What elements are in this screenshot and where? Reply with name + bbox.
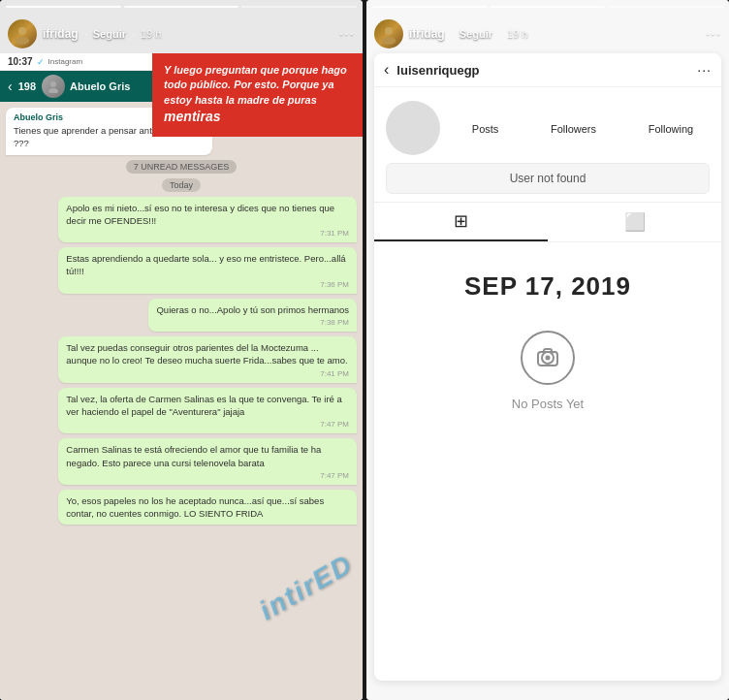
right-story: ifridag · Seguir · 19 h ··· ‹ luisenriqu… [366, 0, 729, 700]
message-5: Tal vez, la oferta de Carmen Salinas es … [58, 388, 357, 434]
right-story-header: ifridag · Seguir · 19 h ··· [366, 16, 729, 52]
message-5-text: Tal vez, la oferta de Carmen Salinas es … [66, 393, 349, 419]
person-icon: ⬜ [624, 211, 646, 233]
contact-avatar [42, 75, 65, 98]
chat-count: 198 [18, 80, 36, 92]
grid-icon: ⊞ [454, 210, 468, 232]
profile-header-bar: ‹ luisenriquegp ··· [374, 53, 721, 87]
posts-stat: Posts [472, 121, 499, 135]
right-more-options-button[interactable]: ··· [706, 25, 721, 43]
message-1: Apolo es mi nieto...sí eso no te interes… [58, 197, 357, 243]
no-posts-label: No Posts Yet [512, 397, 584, 411]
bubble-text-sub: ??? [14, 137, 205, 149]
following-label: Following [649, 123, 693, 135]
profile-back-icon[interactable]: ‹ [384, 61, 389, 79]
time-ago: 19 h [141, 28, 161, 40]
message-4-time: 7:41 PM [66, 369, 349, 378]
svg-point-2 [50, 81, 56, 87]
message-6-time: 7:47 PM [66, 471, 349, 480]
message-2-time: 7:36 PM [66, 280, 349, 289]
left-story: ifridag · Seguir · 19 h ··· Y luego preg… [0, 0, 363, 700]
message-1-time: 7:31 PM [66, 229, 349, 238]
red-banner-big-word: mentiras [164, 108, 351, 127]
message-2-text: Estas aprendiendo a quedarte sola... y e… [66, 252, 349, 278]
user-not-found-bar: User not found [386, 163, 710, 194]
right-follow-button[interactable]: Seguir [460, 28, 492, 40]
message-4-text: Tal vez puedas conseguir otros parientes… [66, 341, 349, 367]
message-3-text: Quieras o no...Apolo y tú son primos her… [156, 303, 349, 316]
date-text: SEP 17, 2019 [464, 271, 631, 302]
svg-point-7 [546, 356, 551, 361]
progress-bar-2 [124, 6, 239, 8]
message-3: Quieras o no...Apolo y tú son primos her… [148, 299, 357, 332]
dot-separator: · [84, 28, 87, 40]
whatsapp-time: 10:37 [8, 56, 33, 67]
right-time-ago: 19 h [507, 28, 527, 40]
progress-bar-3 [241, 6, 357, 8]
message-6: Carmen Salinas te está ofreciendo el amo… [58, 438, 357, 485]
tagged-tab[interactable]: ⬜ [548, 203, 721, 241]
svg-point-4 [385, 27, 393, 35]
stories-container: ifridag · Seguir · 19 h ··· Y luego preg… [0, 0, 729, 700]
follow-button[interactable]: Seguir [93, 28, 126, 40]
whatsapp-check: ✓ [37, 57, 45, 67]
svg-point-0 [18, 27, 26, 35]
svg-point-1 [16, 37, 29, 45]
profile-username: luisenriquegp [396, 63, 697, 78]
posts-label: Posts [472, 123, 499, 135]
red-banner: Y luego preguntan que porque hago todo p… [152, 53, 363, 137]
message-7: Yo, esos papeles no los he aceptado nunc… [58, 490, 357, 525]
phone-screen-right: ‹ luisenriquegp ··· Posts Follo [374, 53, 721, 681]
right-progress-bar-3 [608, 6, 723, 8]
svg-point-3 [48, 88, 58, 93]
following-stat: Following [649, 121, 693, 135]
no-posts-icon [521, 331, 575, 385]
right-avatar [374, 19, 403, 48]
red-banner-text: Y luego preguntan que porque hago todo p… [164, 63, 351, 127]
message-4: Tal vez puedas conseguir otros parientes… [58, 336, 357, 383]
red-banner-main: Y luego preguntan que porque hago todo p… [164, 64, 347, 106]
today-divider: Today [162, 178, 201, 192]
right-progress-bars [372, 6, 723, 8]
profile-stats: Posts Followers Following [456, 121, 710, 135]
unread-divider: 7 UNREAD MESSAGES [126, 160, 238, 174]
message-2: Estas aprendiendo a quedarte sola... y e… [58, 247, 357, 294]
message-6-text: Carmen Salinas te está ofreciendo el amo… [66, 443, 349, 469]
back-arrow-icon[interactable]: ‹ [8, 79, 13, 94]
followers-label: Followers [551, 123, 596, 135]
profile-more-options[interactable]: ··· [697, 62, 712, 78]
right-progress-bar-2 [491, 6, 606, 8]
followers-stat: Followers [551, 121, 596, 135]
more-options-button[interactable]: ··· [339, 25, 355, 43]
message-7-text: Yo, esos papeles no los he aceptado nunc… [66, 494, 349, 521]
right-dot-separator: · [451, 28, 454, 40]
message-3-time: 7:38 PM [156, 318, 349, 327]
avatar [8, 19, 37, 48]
progress-bars [6, 6, 357, 8]
message-1-text: Apolo es mi nieto...sí eso no te interes… [66, 202, 349, 228]
right-story-content: ‹ luisenriquegp ··· Posts Follo [366, 0, 729, 700]
tab-bar: ⊞ ⬜ [374, 202, 721, 242]
user-not-found-text: User not found [510, 172, 586, 185]
story-username: ifridag [43, 27, 79, 41]
date-section: SEP 17, 2019 No Posts Yet [374, 242, 721, 430]
profile-info-area: Posts Followers Following [374, 87, 721, 163]
message-5-time: 7:47 PM [66, 420, 349, 429]
header-info: ifridag · Seguir · 19 h [43, 27, 339, 41]
whatsapp-source: Instagram [48, 57, 83, 66]
grid-tab[interactable]: ⊞ [374, 203, 548, 241]
right-story-username: ifridag [409, 27, 445, 41]
right-header-info: ifridag · Seguir · 19 h [409, 27, 706, 41]
right-progress-bar-1 [372, 6, 488, 8]
progress-bar-1 [6, 6, 121, 8]
chat-messages: Abuelo Gris Tienes que aprender a pensar… [0, 102, 363, 700]
contact-name: Abuelo Gris [70, 80, 130, 92]
right-dot-separator-2: · [498, 28, 501, 40]
left-story-header: ifridag · Seguir · 19 h ··· [0, 16, 363, 52]
profile-avatar-large [386, 101, 440, 155]
dot-separator-2: · [132, 28, 135, 40]
svg-point-5 [382, 37, 396, 45]
